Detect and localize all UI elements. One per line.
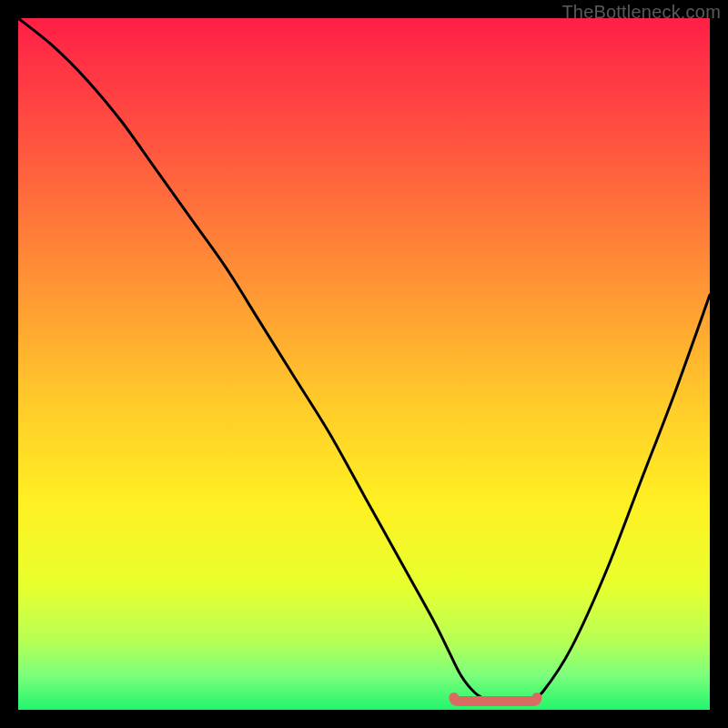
optimum-marker — [454, 697, 537, 701]
plot-area — [18, 18, 710, 710]
curve-layer — [18, 18, 710, 710]
chart-frame: TheBottleneck.com — [0, 0, 728, 728]
watermark-text: TheBottleneck.com — [561, 2, 721, 23]
bottleneck-curve — [18, 18, 710, 703]
